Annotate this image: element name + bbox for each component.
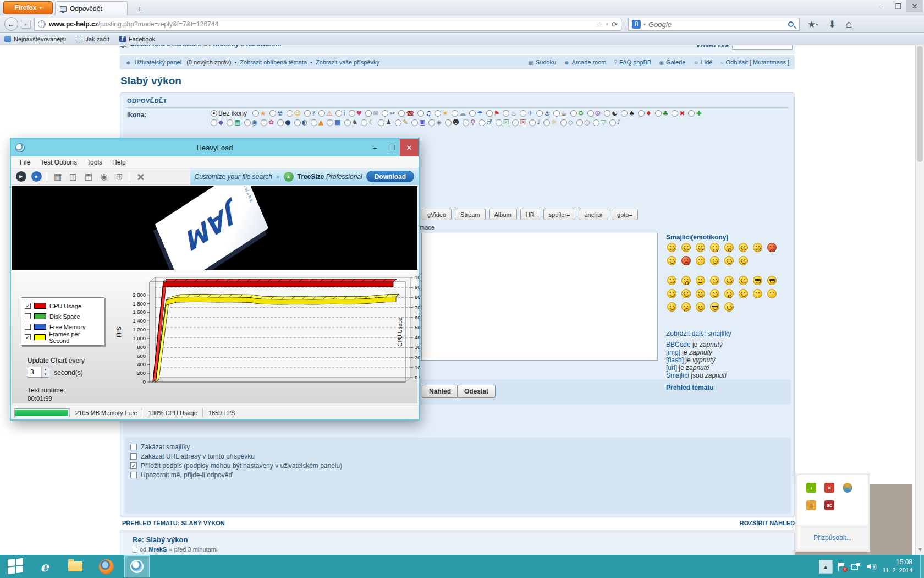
bookmark-getting-started[interactable]: Jak začít — [76, 36, 109, 42]
icon-radio-6[interactable]: ♥ — [348, 110, 364, 117]
userbar-link-4[interactable]: ☺Lidé — [693, 59, 712, 66]
style-select[interactable] — [732, 45, 793, 50]
icon-radio-43[interactable]: ♂ — [477, 119, 493, 126]
icon-radio-10[interactable]: ♫ — [416, 110, 432, 117]
icon-radio-36[interactable]: ☾ — [360, 119, 376, 126]
icon-radio-3[interactable]: ? — [303, 110, 316, 117]
disk-test-icon[interactable]: ◫ — [67, 170, 80, 183]
bbcode-code-link[interactable]: [flash] — [666, 356, 684, 364]
smiley-neutral[interactable] — [767, 289, 777, 298]
network-tray-button[interactable] — [851, 563, 860, 570]
radio-icon[interactable] — [304, 110, 311, 117]
legend-row-3[interactable]: ✓Frames per Second — [25, 332, 101, 342]
icon-radio-20[interactable]: ☮ — [586, 110, 602, 117]
memory-test-icon[interactable]: ▤ — [82, 170, 95, 183]
icon-radio-13[interactable]: ☂ — [468, 110, 484, 117]
bookmark-star-icon[interactable]: ☆ — [596, 20, 603, 29]
firefox-menu-button[interactable]: Firefox▾ — [3, 1, 53, 14]
radio-icon[interactable] — [638, 110, 645, 117]
smiley-smile[interactable] — [710, 256, 719, 265]
radio-icon[interactable] — [244, 119, 251, 126]
radio-icon[interactable] — [576, 119, 583, 126]
icon-radio-29[interactable]: ◉ — [243, 119, 258, 126]
icon-radio-8[interactable]: ✂ — [381, 110, 396, 117]
radio-icon[interactable] — [512, 119, 519, 126]
radio-icon[interactable] — [655, 110, 662, 117]
smiley-mad[interactable] — [767, 243, 777, 252]
smiley-cool[interactable] — [753, 276, 762, 285]
menu-test-options[interactable]: Test Options — [36, 157, 81, 167]
page-scrollbar[interactable]: ▼ — [915, 45, 924, 555]
smiley-shock[interactable] — [724, 243, 734, 252]
radio-icon[interactable] — [672, 110, 678, 117]
radio-icon[interactable] — [398, 110, 405, 117]
stepper-down-icon[interactable]: ▼ — [42, 372, 49, 377]
reload-icon[interactable]: ⟳ — [612, 20, 618, 29]
icon-radio-25[interactable]: ✖ — [670, 110, 686, 117]
bbcode-code-link[interactable]: [url] — [666, 364, 677, 372]
bbcode-button-gVideo[interactable]: gVideo — [422, 209, 452, 220]
icon-radio-14[interactable]: ⚑ — [485, 110, 501, 117]
smiley-sad[interactable] — [710, 243, 719, 252]
menu-help[interactable]: Help — [108, 157, 130, 167]
smiley-smile[interactable] — [739, 256, 748, 265]
action-center-flag[interactable] — [838, 563, 845, 571]
radio-icon[interactable] — [463, 119, 469, 126]
start-test-icon[interactable]: ▶ — [14, 170, 28, 183]
radio-icon[interactable] — [553, 110, 560, 117]
radio-icon[interactable] — [496, 119, 502, 126]
radio-icon[interactable] — [560, 119, 567, 126]
download-button[interactable]: Download — [366, 171, 414, 182]
heavyload-titlebar[interactable]: HeavyLoad – ❒ ✕ — [11, 139, 419, 156]
radio-icon[interactable] — [287, 110, 293, 117]
bbcode-code-link[interactable]: BBCode — [666, 341, 691, 348]
smiley-cool[interactable] — [710, 302, 719, 312]
smiley-smile[interactable] — [710, 276, 719, 285]
icon-radio-24[interactable]: ♣ — [654, 110, 670, 117]
post-option-2[interactable]: ✓Přiložit podpis (podpisy mohou být nast… — [130, 461, 791, 470]
color-swirl-icon[interactable] — [843, 483, 853, 493]
radio-icon[interactable] — [294, 119, 301, 126]
icon-radio-26[interactable]: ✚ — [687, 110, 702, 117]
smiley-neutral[interactable] — [696, 276, 705, 285]
url-bar[interactable]: www.pc-help.cz/posting.php?mode=reply&f=… — [34, 18, 622, 31]
bookmarks-menu-button[interactable]: ★▾ — [807, 18, 818, 31]
bookmark-facebook[interactable]: fFacebook — [119, 36, 155, 42]
favorite-topics-link[interactable]: Zobrazit oblíbená témata — [240, 59, 307, 66]
icon-radio-37[interactable]: ♟ — [377, 119, 393, 126]
forward-button[interactable]: ▸ — [21, 20, 31, 29]
treesize-ad-banner[interactable]: Customize your file search » ▲ TreeSize … — [190, 168, 419, 185]
legend-row-0[interactable]: ✓CPU Usage — [25, 301, 101, 311]
bbcode-code-link[interactable]: [img] — [666, 348, 680, 356]
icon-radio-27[interactable]: ◆ — [210, 119, 224, 126]
icon-radio-51[interactable]: ♪ — [608, 119, 623, 126]
radio-icon[interactable] — [361, 119, 367, 126]
radio-icon[interactable] — [479, 119, 485, 126]
smiley-smile[interactable] — [739, 289, 748, 298]
icon-radio-22[interactable]: ♠ — [620, 110, 636, 117]
userbar-link-0[interactable]: ▦Sudoku — [528, 59, 556, 66]
bbcode-button-anchor[interactable]: anchor — [579, 209, 608, 220]
bbcode-button-Stream[interactable]: Stream — [455, 209, 485, 220]
icon-radio-41[interactable]: ☻ — [444, 119, 461, 126]
radio-icon[interactable] — [445, 119, 452, 126]
nvidia-settings-icon[interactable]: ◖ — [806, 483, 816, 493]
search-magnifier-icon[interactable] — [788, 21, 794, 27]
window-test-icon[interactable]: ⊞ — [113, 170, 126, 183]
hl-close-button[interactable]: ✕ — [400, 139, 419, 156]
start-button[interactable] — [8, 558, 26, 575]
close-button[interactable]: ✕ — [906, 0, 923, 12]
icon-radio-39[interactable]: ▣ — [410, 119, 426, 126]
network-test-icon[interactable]: ◉ — [97, 170, 111, 183]
radio-icon[interactable] — [417, 110, 424, 117]
icon-radio-31[interactable]: ● — [276, 119, 292, 126]
radio-icon[interactable] — [428, 119, 435, 126]
icon-radio-12[interactable]: ☁ — [450, 110, 467, 117]
radio-icon[interactable] — [621, 110, 628, 117]
scrollbar-thumb[interactable] — [917, 46, 923, 162]
bbcode-button-HR[interactable]: HR — [520, 209, 540, 220]
smiley-smile[interactable] — [724, 256, 734, 265]
icon-radio-34[interactable]: ■ — [326, 119, 342, 126]
menu-file[interactable]: File — [15, 157, 35, 167]
bbcode-code-link[interactable]: Smajlíci — [666, 372, 689, 379]
